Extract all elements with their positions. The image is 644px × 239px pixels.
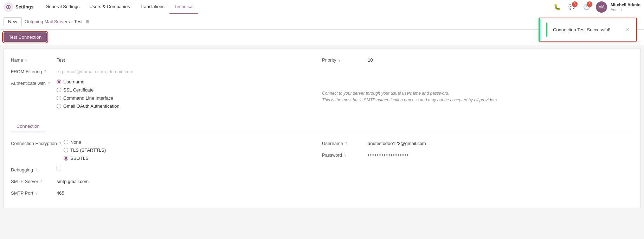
smtp-server-label: SMTP Server ? [11,177,57,184]
breadcrumb: Outgoing Mail Servers › Test ⚙ [25,19,90,24]
nav-links: General Settings Users & Companies Trans… [40,0,552,14]
password-row: Password ? •••••••••••••••••• [322,151,633,158]
encryption-label-tls: TLS (STARTTLS) [70,147,106,153]
username-value[interactable]: anutestodoo123@gmail.com [368,139,426,146]
encryption-option-none[interactable]: None [64,139,106,145]
encryption-radio-tls[interactable] [64,148,68,152]
auth-radio-ssl-cert[interactable] [57,88,61,92]
name-value[interactable]: Test [57,56,65,63]
tab-connection[interactable]: Connection [11,121,45,132]
navbar: Settings General Settings Users & Compan… [0,0,644,14]
password-value[interactable]: •••••••••••••••••• [368,151,409,158]
form-col-left: Name ? Test FROM Filtering ? e.g. email@… [11,56,322,114]
auth-label-username: Username [63,79,84,84]
encryption-label-none: None [70,139,81,145]
nav-translations[interactable]: Translations [135,0,169,14]
main-content: Name ? Test FROM Filtering ? e.g. email@… [4,49,640,208]
connection-content: Connection Encryption ? None TLS (STARTT… [11,139,633,201]
auth-description-row: Connect to your server through your usua… [322,68,619,103]
username-help-icon: ? [344,141,347,146]
from-filtering-row: FROM Filtering ? e.g. email@domain.com, … [11,68,308,74]
name-row: Name ? Test [11,56,308,63]
navbar-right: 🐛 💬 5 🕐 8 MA Mitchell Admin Admin [552,1,640,13]
priority-label: Priority ? [322,56,368,63]
breadcrumb-current: Test [74,19,83,24]
toast-close-button[interactable]: × [625,26,631,33]
username-label: Username ? [322,139,368,146]
name-help-icon: ? [24,58,27,62]
from-filtering-help-icon: ? [43,70,46,74]
smtp-port-label: SMTP Port ? [11,189,57,196]
encryption-radio-ssl-tls[interactable] [64,156,68,161]
toast-success-bar [546,23,547,37]
debugging-label: Debugging ? [11,166,57,172]
form-section-top: Name ? Test FROM Filtering ? e.g. email@… [11,56,633,114]
connection-right: Username ? anutestodoo123@gmail.com Pass… [322,139,633,201]
debugging-row: Debugging ? [11,166,322,172]
nav-technical[interactable]: Technical [169,0,198,14]
auth-radio-gmail-oauth[interactable] [57,104,61,108]
username-row: Username ? anutestodoo123@gmail.com [322,139,633,146]
settings-gear-icon[interactable]: ⚙ [85,19,90,24]
encryption-label: Connection Encryption ? [11,139,64,146]
password-label: Password ? [322,151,368,158]
svg-point-1 [8,6,9,8]
debug-icon-btn[interactable]: 🐛 [552,1,563,13]
smtp-port-help-icon: ? [34,191,37,195]
password-help-icon: ? [343,153,346,157]
auth-radio-cli[interactable] [57,96,61,100]
auth-option-cli[interactable]: Command Line Interface [57,95,120,101]
user-name: Mitchell Admin [611,2,640,7]
smtp-server-value[interactable]: smtp.gmail.com [57,177,89,184]
debugging-checkbox[interactable] [57,166,61,170]
toast-message: Connection Test Successful! [553,27,610,32]
auth-label-ssl-cert: SSL Certificate [63,87,94,93]
debugging-help-icon: ? [34,168,37,172]
auth-radio-username[interactable] [57,80,61,84]
activity-badge: 5 [572,1,578,7]
connection-left: Connection Encryption ? None TLS (STARTT… [11,139,322,201]
breadcrumb-parent[interactable]: Outgoing Mail Servers [25,19,70,24]
from-filtering-label: FROM Filtering ? [11,68,57,74]
smtp-port-value[interactable]: 465 [57,189,64,196]
tabs-bar: Connection [11,121,633,132]
auth-label-cli: Command Line Interface [63,95,113,101]
brand-title[interactable]: Settings [15,4,33,10]
name-label: Name ? [11,56,57,63]
toast-notification: Connection Test Successful! × [539,18,637,42]
encryption-row: Connection Encryption ? None TLS (STARTT… [11,139,322,161]
auth-desc-line2: This is the most basic SMTP authenticati… [322,97,498,103]
notification-btn[interactable]: 🕐 8 [581,1,592,13]
from-filtering-placeholder[interactable]: e.g. email@domain.com, domain.com [57,68,133,74]
authenticate-with-label: Authenticate with ? [11,79,57,86]
encryption-options-group: None TLS (STARTTLS) SSL/TLS [64,139,106,161]
debug-icon: 🐛 [554,4,561,10]
encryption-option-tls[interactable]: TLS (STARTTLS) [64,147,106,153]
priority-help-icon: ? [337,58,340,62]
toast-content: Connection Test Successful! [546,23,610,37]
smtp-port-row: SMTP Port ? 465 [11,189,322,196]
auth-option-gmail-oauth[interactable]: Gmail OAuth Authentication [57,103,120,109]
auth-description: Connect to your server through your usua… [322,89,498,103]
nav-users-companies[interactable]: Users & Companies [84,0,135,14]
auth-label-gmail-oauth: Gmail OAuth Authentication [63,103,120,109]
authenticate-with-row: Authenticate with ? Username SSL Certifi… [11,79,308,109]
encryption-option-ssl-tls[interactable]: SSL/TLS [64,156,106,161]
priority-value[interactable]: 10 [368,56,373,63]
nav-general-settings[interactable]: General Settings [40,0,84,14]
brand-icon [4,2,13,12]
encryption-label-ssl-tls: SSL/TLS [70,156,89,161]
debugging-checkbox-row [57,166,61,170]
test-connection-button[interactable]: Test Connection [4,32,47,42]
auth-option-username[interactable]: Username [57,79,120,84]
auth-options-group: Username SSL Certificate Command Line In… [57,79,120,109]
encryption-help-icon: ? [58,141,61,146]
user-avatar[interactable]: MA [596,1,607,13]
authenticate-with-help-icon: ? [47,81,50,86]
new-button[interactable]: New [4,17,22,26]
auth-option-ssl-cert[interactable]: SSL Certificate [57,87,120,93]
user-info[interactable]: Mitchell Admin Admin [611,2,640,12]
activity-btn[interactable]: 💬 5 [566,1,578,13]
encryption-radio-none[interactable] [64,140,68,144]
smtp-server-help-icon: ? [39,180,43,184]
